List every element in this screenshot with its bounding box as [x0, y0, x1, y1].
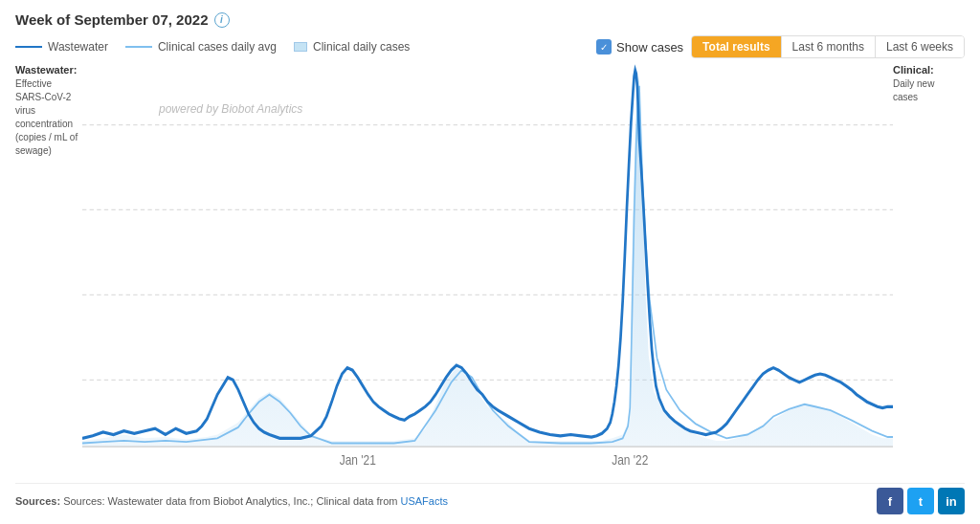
social-icons: f t in — [877, 488, 965, 514]
y-axis-right: Clinical: Daily newcases — [893, 64, 965, 477]
chart-legend: Wastewater Clinical cases daily avg Clin… — [15, 40, 410, 54]
legend-clinical-daily-label: Clinical daily cases — [313, 40, 410, 54]
y-left-title: Wastewater: — [15, 64, 82, 76]
y-left-subtitle: EffectiveSARS-CoV-2virusconcentration(co… — [15, 77, 82, 158]
clinical-daily-fill-icon — [294, 42, 307, 52]
legend-clinical-daily: Clinical daily cases — [294, 40, 410, 54]
wastewater-line-icon — [15, 46, 42, 48]
chart-svg: 4,000 3,000 2,000 1,000 2M 1.5M 1M 500k … — [82, 64, 893, 477]
y-axis-left: Wastewater: EffectiveSARS-CoV-2virusconc… — [15, 64, 82, 477]
show-cases-label[interactable]: ✓ Show cases — [596, 39, 683, 55]
btn-last-6-months[interactable]: Last 6 months — [782, 36, 876, 57]
svg-text:Jan '21: Jan '21 — [340, 452, 376, 468]
y-right-subtitle: Daily newcases — [893, 77, 934, 104]
clinical-avg-line-icon — [125, 46, 152, 48]
y-right-title: Clinical: — [893, 64, 934, 76]
week-title: Week of September 07, 2022 — [15, 11, 209, 28]
footer: Sources: Sources: Wastewater data from B… — [15, 483, 965, 514]
legend-clinical-avg: Clinical cases daily avg — [125, 40, 277, 54]
btn-total-results[interactable]: Total results — [692, 36, 781, 57]
svg-text:Jan '22: Jan '22 — [612, 452, 648, 468]
sources-text: Sources: Sources: Wastewater data from B… — [15, 495, 448, 507]
info-icon[interactable]: i — [214, 12, 230, 28]
btn-last-6-weeks[interactable]: Last 6 weeks — [876, 36, 964, 57]
legend-wastewater: Wastewater — [15, 40, 108, 54]
show-cases-checkbox[interactable]: ✓ — [596, 39, 612, 55]
watermark: powered by Biobot Analytics — [159, 102, 302, 116]
usafacts-link[interactable]: USAFacts — [401, 495, 449, 507]
legend-clinical-avg-label: Clinical cases daily avg — [158, 40, 277, 54]
chart-main: powered by Biobot Analytics 4,000 3,000 … — [82, 64, 893, 477]
show-cases-text: Show cases — [616, 40, 683, 55]
sources-prefix: Sources: Wastewater data from Biobot Ana… — [63, 495, 400, 507]
facebook-button[interactable]: f — [877, 488, 903, 514]
legend-wastewater-label: Wastewater — [48, 40, 108, 54]
linkedin-button[interactable]: in — [938, 488, 965, 514]
time-range-buttons: Total results Last 6 months Last 6 weeks — [691, 35, 965, 58]
twitter-button[interactable]: t — [907, 488, 934, 514]
